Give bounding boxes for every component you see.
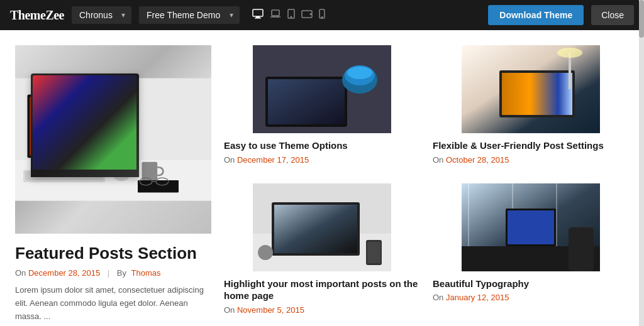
svg-point-48 <box>258 245 273 260</box>
small-post-1-meta-on: On <box>433 155 443 165</box>
main-grid: Featured Posts Section On December 28, 2… <box>15 45 629 326</box>
svg-rect-39 <box>502 73 572 115</box>
small-post-3-meta-on: On <box>433 293 443 302</box>
svg-rect-19 <box>60 165 93 168</box>
svg-rect-1 <box>256 16 260 18</box>
svg-rect-57 <box>569 227 594 271</box>
small-post-2-meta-on: On <box>224 305 235 315</box>
theme-dropdown-wrap[interactable]: Chronus <box>72 6 131 24</box>
small-post-0-meta: On December 17, 2015 <box>224 155 420 165</box>
svg-point-35 <box>347 67 372 79</box>
svg-point-41 <box>557 48 582 58</box>
svg-rect-3 <box>272 10 279 16</box>
svg-rect-56 <box>508 210 554 244</box>
small-post-0-meta-on: On <box>224 155 235 165</box>
svg-rect-12 <box>28 95 126 158</box>
tablet-icon[interactable] <box>287 9 295 21</box>
small-post-0-title: Easy to use Theme Options <box>224 139 420 152</box>
small-post-3: Beautiful Typography On January 12, 2015 <box>433 183 629 321</box>
device-icons <box>252 9 325 21</box>
svg-rect-13 <box>30 97 123 155</box>
svg-rect-0 <box>253 9 263 16</box>
small-post-2-date[interactable]: November 5, 2015 <box>237 305 304 315</box>
small-post-1: Flexible & User-Friendly Post Settings O… <box>433 45 629 171</box>
desktop-icon[interactable] <box>252 9 264 21</box>
featured-post-image-placeholder <box>15 45 211 234</box>
small-post-2-meta: On November 5, 2015 <box>224 305 420 315</box>
scrollbar-thumb[interactable] <box>639 0 644 38</box>
laptop-icon[interactable] <box>270 9 281 21</box>
featured-post-title: Featured Posts Section <box>15 244 211 263</box>
featured-post-meta: On December 28, 2015 | By Thomas <box>15 268 211 278</box>
small-post-3-image <box>433 183 629 271</box>
small-post-0-image <box>224 45 420 133</box>
small-post-0-date[interactable]: December 17, 2015 <box>237 155 309 165</box>
download-theme-button[interactable]: Download Theme <box>488 5 584 25</box>
featured-post-date[interactable]: December 28, 2015 <box>28 268 100 278</box>
right-posts-grid: Easy to use Theme Options On December 17… <box>224 45 629 321</box>
small-post-2-image <box>224 183 420 271</box>
svg-rect-16 <box>62 121 95 155</box>
svg-rect-18 <box>72 158 80 166</box>
svg-rect-17 <box>95 97 123 155</box>
featured-post-excerpt: Lorem ipsum dolor sit amet, consectetuer… <box>15 284 211 323</box>
svg-point-5 <box>291 16 292 18</box>
small-post-1-meta: On October 28, 2015 <box>433 155 629 165</box>
logo: ThemeZee <box>10 8 64 23</box>
svg-rect-45 <box>274 205 357 253</box>
mobile-icon[interactable] <box>319 9 325 21</box>
small-post-3-date[interactable]: January 12, 2015 <box>446 293 509 302</box>
featured-post-image <box>15 45 211 234</box>
svg-point-9 <box>321 17 322 18</box>
demo-select[interactable]: Free Theme Demo <box>139 6 240 24</box>
header: ThemeZee Chronus Free Theme Demo <box>0 0 644 30</box>
featured-post: Featured Posts Section On December 28, 2… <box>15 45 211 326</box>
small-post-2: Highlight your most important posts on t… <box>224 183 420 321</box>
featured-post-by: By <box>117 268 126 278</box>
svg-rect-24 <box>142 162 158 180</box>
svg-rect-32 <box>268 79 345 124</box>
svg-rect-25 <box>138 180 179 193</box>
content-area: Featured Posts Section On December 28, 2… <box>0 30 644 326</box>
svg-point-7 <box>310 14 311 15</box>
small-post-3-meta: On January 12, 2015 <box>433 293 629 302</box>
small-post-0: Easy to use Theme Options On December 17… <box>224 45 420 171</box>
tablet-landscape-icon[interactable] <box>301 9 313 21</box>
close-button[interactable]: Close <box>591 5 634 25</box>
svg-rect-14 <box>30 97 62 155</box>
small-post-2-title: Highlight your most important posts on t… <box>224 278 420 302</box>
svg-rect-47 <box>367 242 380 263</box>
featured-post-separator: | <box>108 268 109 278</box>
svg-rect-15 <box>62 97 95 121</box>
small-post-1-date[interactable]: October 28, 2015 <box>446 155 509 165</box>
svg-rect-2 <box>255 18 261 19</box>
small-post-1-image <box>433 45 629 133</box>
theme-select[interactable]: Chronus <box>72 6 131 24</box>
scrollbar[interactable] <box>639 0 644 326</box>
small-post-1-title: Flexible & User-Friendly Post Settings <box>433 139 629 152</box>
svg-rect-20 <box>23 170 105 183</box>
featured-post-author[interactable]: Thomas <box>131 268 161 278</box>
svg-rect-21 <box>25 171 103 180</box>
demo-dropdown-wrap[interactable]: Free Theme Demo <box>139 6 240 24</box>
small-post-3-title: Beautiful Typography <box>433 278 629 290</box>
featured-post-meta-on: On <box>15 268 26 278</box>
